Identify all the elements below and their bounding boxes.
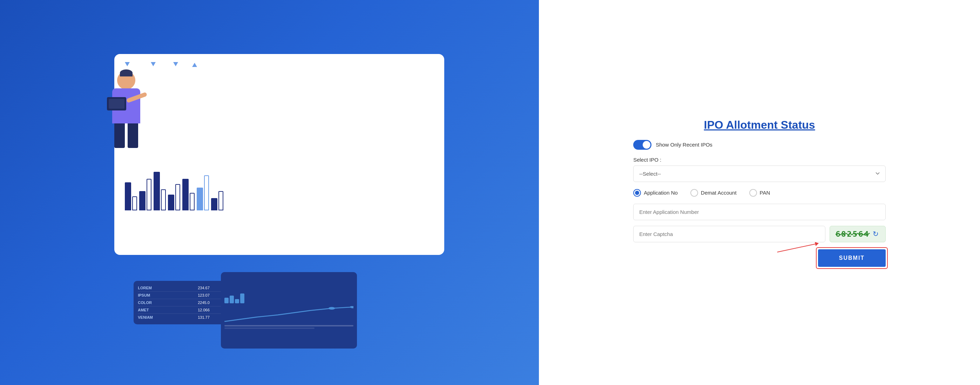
person-legs	[114, 123, 138, 148]
person-illustration	[66, 71, 187, 348]
person-arm	[126, 92, 147, 103]
person-hair	[120, 69, 132, 76]
radio-label-pan: PAN	[760, 190, 770, 196]
radio-demat[interactable]: Demat Account	[690, 189, 737, 197]
submit-wrapper: SUBMIT	[818, 249, 886, 267]
refresh-captcha-icon[interactable]: ↻	[873, 230, 879, 238]
form-container: IPO Allotment Status Show Only Recent IP…	[633, 119, 886, 267]
right-panel: IPO Allotment Status Show Only Recent IP…	[539, 0, 980, 385]
captcha-value: 682564	[835, 230, 870, 239]
captcha-display: 682564 ↻	[830, 226, 886, 242]
application-number-input[interactable]	[633, 204, 886, 220]
triangle-down-3	[173, 62, 178, 66]
radio-label-app-no: Application No	[644, 190, 678, 196]
recent-ipo-toggle[interactable]	[633, 140, 651, 150]
toggle-row: Show Only Recent IPOs	[633, 140, 886, 150]
toggle-label: Show Only Recent IPOs	[655, 142, 713, 148]
triangle-up-1	[192, 63, 197, 67]
select-ipo-label: Select IPO :	[633, 157, 886, 163]
svg-point-1	[350, 306, 353, 308]
captcha-row: 682564 ↻	[633, 226, 886, 242]
left-panel: LOREM 234.67 ▲ 0.234 IPSUM 123.07 ▼ 0.13…	[0, 0, 539, 385]
radio-application-no[interactable]: Application No	[633, 189, 678, 197]
illustration: LOREM 234.67 ▲ 0.234 IPSUM 123.07 ▼ 0.13…	[27, 19, 512, 366]
radio-label-demat: Demat Account	[701, 190, 737, 196]
radio-outer-demat[interactable]	[690, 189, 698, 197]
radio-outer-pan[interactable]	[749, 189, 757, 197]
arrow-annotation	[776, 243, 818, 244]
captcha-input[interactable]	[633, 226, 826, 242]
person-laptop	[107, 97, 126, 110]
triangle-down-1	[125, 62, 130, 66]
submit-button[interactable]: SUBMIT	[818, 249, 886, 267]
submit-area: SUBMIT	[633, 249, 886, 267]
select-ipo-dropdown[interactable]: --Select--	[633, 165, 886, 182]
triangle-down-2	[151, 62, 156, 66]
svg-point-0	[329, 307, 335, 310]
search-type-radio-group: Application No Demat Account PAN	[633, 189, 886, 197]
radio-outer-app-no[interactable]	[633, 189, 641, 197]
page-title: IPO Allotment Status	[633, 119, 886, 132]
line-chart-svg	[224, 306, 353, 324]
line-chart-card	[221, 272, 356, 348]
person-body	[112, 88, 140, 123]
person-head	[117, 71, 135, 89]
radio-pan[interactable]: PAN	[749, 189, 770, 197]
